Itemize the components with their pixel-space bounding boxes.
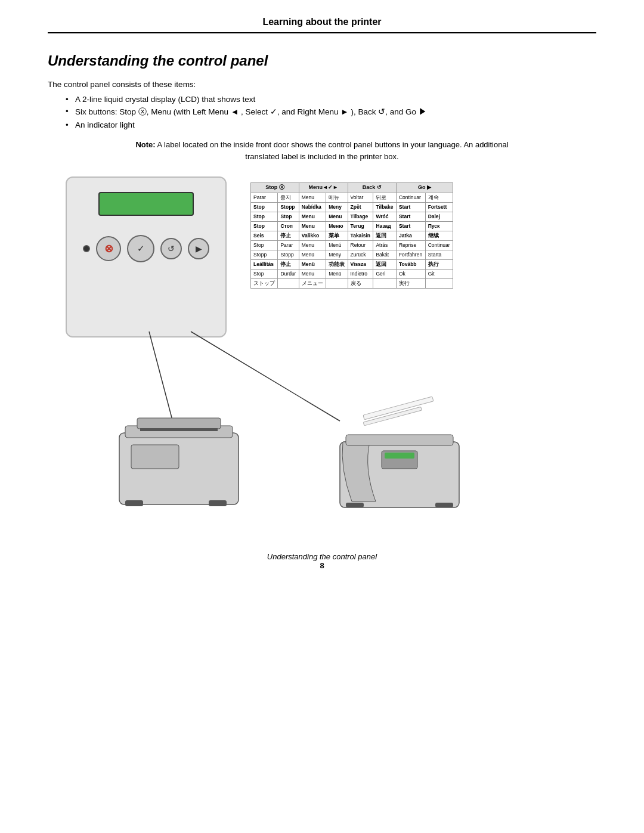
svg-rect-8 <box>140 428 218 431</box>
svg-rect-12 <box>346 435 453 445</box>
bullet-item-1: A 2-line liquid crystal display (LCD) th… <box>66 95 596 104</box>
svg-rect-16 <box>385 453 414 459</box>
printer-diagram-area <box>48 326 596 516</box>
connector-svg <box>48 326 596 516</box>
note-block: Note: A label located on the inside fron… <box>119 139 525 162</box>
col-menu-header: Menu◄✓► <box>299 183 348 193</box>
section-title: Understanding the control panel <box>48 52 596 69</box>
svg-rect-6 <box>125 500 143 506</box>
reference-table: Stop ⓧ Menu◄✓► Back ↺ Go ▶ Parar중지Menu메뉴… <box>250 182 453 289</box>
bullet-item-2: Six buttons: Stop ⓧ, Menu (with Left Men… <box>66 107 596 117</box>
note-label: Note: <box>135 140 155 149</box>
table-row: StopDurdurMenuMenüIndietroGeriOkGit <box>251 270 453 279</box>
lcd-screen <box>98 192 194 216</box>
col-stop-header: Stop ⓧ <box>251 183 299 193</box>
svg-rect-7 <box>209 500 227 506</box>
table-row: StopСтопMenuМенюTerugНазадStartПуск <box>251 221 453 231</box>
bullet-list: A 2-line liquid crystal display (LCD) th… <box>66 95 596 129</box>
go-button-icon: ▶ <box>188 238 209 259</box>
note-text: A label located on the inside front door… <box>157 140 509 161</box>
reference-table-wrap: Stop ⓧ Menu◄✓► Back ↺ Go ▶ Parar중지Menu메뉴… <box>250 182 453 289</box>
bullet-item-3: An indicator light <box>66 120 596 129</box>
table-row: Leállítás停止Menü功能表Vissza返回Tovább执行 <box>251 260 453 270</box>
intro-text: The control panel consists of these item… <box>48 80 596 89</box>
select-button-icon: ✓ <box>127 235 154 262</box>
svg-rect-14 <box>435 503 453 507</box>
footer-text: Understanding the control panel <box>267 552 377 561</box>
table-row: StopStopMenuMenuTilbageWróćStartDalej <box>251 212 453 221</box>
svg-rect-4 <box>137 418 221 429</box>
col-go-header: Go ▶ <box>396 183 453 193</box>
page-header: Learning about the printer <box>48 0 596 33</box>
page-number: 8 <box>48 561 596 570</box>
col-back-header: Back ↺ <box>348 183 396 193</box>
table-row: StoppStoppMenüMenyZurückBakátFortfahrenS… <box>251 250 453 259</box>
buttons-row: ⊗ ✓ ↺ ▶ <box>83 235 209 262</box>
page-footer: Understanding the control panel 8 <box>48 552 596 570</box>
stop-button-icon: ⊗ <box>96 236 121 261</box>
diagram-container: ⊗ ✓ ↺ ▶ Stop ⓧ Menu◄✓► Back ↺ Go ▶ <box>48 176 596 516</box>
table-row: Seis停止Valikko菜单Takaisin返回Jatka继续 <box>251 231 453 240</box>
back-button-icon: ↺ <box>160 238 182 259</box>
table-row: StopPararMenuMenúRetourAtrásRepriseConti… <box>251 240 453 250</box>
svg-line-1 <box>191 332 340 421</box>
svg-rect-13 <box>346 503 364 507</box>
indicator-light <box>83 245 90 252</box>
table-row: ストップメニュー戻る実行 <box>251 279 453 289</box>
header-title: Learning about the printer <box>262 17 381 27</box>
table-row: Parar중지Menu메뉴Voltar뒤로Continuar계속 <box>251 193 453 202</box>
control-panel-illustration: ⊗ ✓ ↺ ▶ <box>66 176 227 337</box>
table-row: StopStoppNabídkaMenyZpětTilbakeStartFort… <box>251 202 453 212</box>
svg-rect-5 <box>131 445 179 469</box>
